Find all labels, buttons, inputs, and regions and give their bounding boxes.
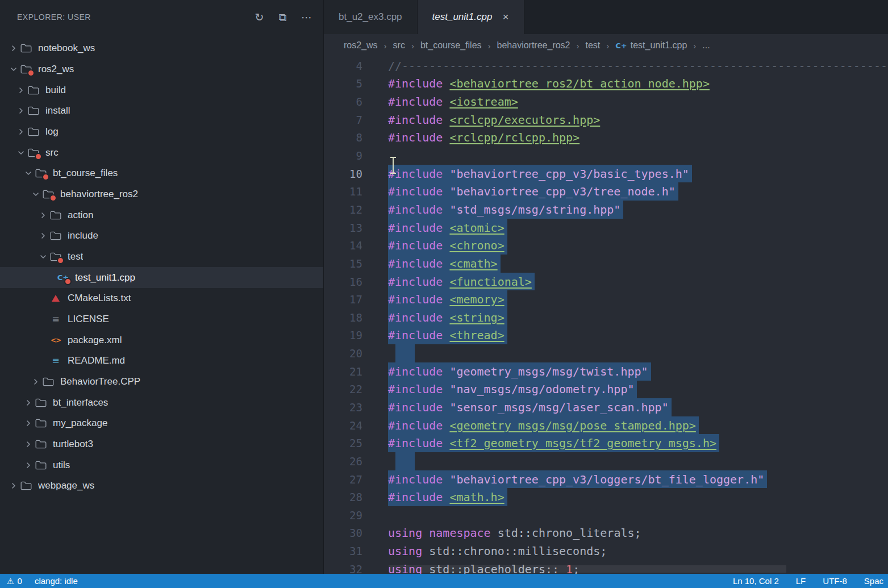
problems-indicator[interactable]: ⚠ 0	[7, 576, 22, 586]
line-number: 17	[324, 290, 362, 308]
tree-item-label: bt_interfaces	[53, 397, 108, 408]
eol-indicator[interactable]: LF	[796, 576, 806, 586]
editor-area: bt_u2_ex3.cpptest_unit1.cpp× ros2_ws›src…	[323, 0, 888, 574]
chevron-down-icon	[8, 66, 19, 73]
tree-file-README.md[interactable]: ≡README.md	[0, 351, 323, 372]
breadcrumb-item-behaviortree_ros2[interactable]: behaviortree_ros2	[497, 40, 570, 51]
folder-icon	[34, 167, 48, 180]
tab-test_unit1.cpp[interactable]: test_unit1.cpp×	[418, 0, 524, 34]
tree-folder-install[interactable]: install	[0, 101, 323, 122]
tree-item-label: behaviortree_ros2	[60, 189, 138, 200]
code-line-20: 20	[324, 344, 888, 362]
indentation-indicator[interactable]: Spac	[864, 576, 883, 586]
status-bar: ⚠ 0 clangd: idle Ln 10, Col 2LFUTF-8Spac	[0, 574, 888, 588]
line-number: 12	[324, 201, 362, 219]
tree-item-label: my_package	[53, 418, 107, 429]
code-line-18: 18#include <string>	[324, 308, 888, 327]
tree-item-label: install	[45, 105, 70, 116]
line-number: 20	[324, 344, 362, 362]
tree-folder-include[interactable]: include	[0, 226, 323, 247]
more-actions-button[interactable]: ⋯	[301, 12, 312, 23]
tree-folder-BehaviorTree.CPP[interactable]: BehaviorTree.CPP	[0, 372, 323, 393]
chevron-right-icon	[37, 232, 49, 239]
line-content: #include <iostream>	[362, 93, 518, 111]
code-line-22: 22#include "nav_msgs/msg/odometry.hpp"	[324, 381, 888, 399]
tree-folder-src[interactable]: src	[0, 142, 323, 163]
breadcrumb-item-src[interactable]: src	[393, 40, 405, 51]
line-number: 25	[324, 434, 362, 452]
breadcrumb-item-bt_course_files[interactable]: bt_course_files	[420, 40, 482, 51]
tree-folder-action[interactable]: action	[0, 205, 323, 226]
clangd-status[interactable]: clangd: idle	[35, 576, 78, 586]
tree-folder-bt_course_files[interactable]: bt_course_files	[0, 163, 323, 184]
chevron-right-icon	[23, 441, 34, 448]
line-content: #include "sensor_msgs/msg/laser_scan.hpp…	[362, 398, 672, 416]
tab-label: bt_u2_ex3.cpp	[339, 11, 402, 23]
modified-dot	[35, 153, 42, 160]
line-number: 10	[324, 165, 362, 183]
tree-folder-webpage_ws[interactable]: webpage_ws	[0, 476, 323, 497]
breadcrumb-item-test[interactable]: test	[586, 40, 601, 51]
line-number: 11	[324, 182, 362, 201]
tree-file-CMakeLists.txt[interactable]: CMakeLists.txt	[0, 288, 323, 309]
tree-folder-my_package[interactable]: my_package	[0, 413, 323, 434]
chevron-right-icon	[23, 462, 34, 469]
tab-label: test_unit1.cpp	[432, 11, 493, 23]
tree-folder-utils[interactable]: utils	[0, 454, 323, 476]
warning-icon: ⚠	[7, 577, 14, 585]
tree-folder-ros2_ws[interactable]: ros2_ws	[0, 59, 323, 80]
breadcrumb-item-test_unit1.cpp[interactable]: C+test_unit1.cpp	[615, 40, 687, 51]
explorer-actions: ↻⧉⋯	[255, 12, 312, 23]
tree-item-label: webpage_ws	[38, 480, 94, 491]
xml-file-icon: <>	[49, 334, 62, 347]
line-content: #include "behaviortree_cpp_v3/tree_node.…	[362, 182, 678, 201]
tree-folder-turtlebot3[interactable]: turtlebot3	[0, 434, 323, 455]
chevron-right-icon	[23, 399, 34, 406]
file-tree: notebook_wsros2_wsbuildinstalllogsrcbt_c…	[0, 34, 323, 497]
tree-item-label: BehaviorTree.CPP	[60, 376, 140, 387]
code-editor[interactable]: 4//-------------------------------------…	[324, 57, 888, 574]
folder-icon	[27, 105, 40, 117]
tree-item-label: test	[68, 251, 83, 262]
folder-icon	[49, 209, 62, 222]
refresh-explorer-button[interactable]: ↻	[255, 12, 264, 23]
tree-item-label: ros2_ws	[38, 64, 74, 75]
tree-folder-behaviortree_ros2[interactable]: behaviortree_ros2	[0, 184, 323, 205]
line-content: #include <chrono>	[362, 236, 507, 255]
line-number: 26	[324, 452, 362, 470]
status-right: Ln 10, Col 2LFUTF-8Spac	[733, 576, 883, 586]
tree-file-package.xml[interactable]: <>package.xml	[0, 330, 323, 351]
breadcrumb-label: test_unit1.cpp	[631, 40, 687, 51]
line-content: #include "behaviortree_cpp_v3/basic_type…	[362, 165, 692, 183]
tree-folder-bt_interfaces[interactable]: bt_interfaces	[0, 392, 323, 413]
breadcrumb: ros2_ws›src›bt_course_files›behaviortree…	[324, 34, 888, 57]
line-number: 8	[324, 129, 362, 147]
tree-item-label: action	[68, 210, 93, 221]
code-line-12: 12#include "std_msgs/msg/string.hpp"	[324, 201, 888, 219]
horizontal-scrollbar[interactable]	[389, 565, 786, 573]
tree-folder-notebook_ws[interactable]: notebook_ws	[0, 38, 323, 59]
tree-folder-test[interactable]: test	[0, 247, 323, 268]
tree-item-label: turtlebot3	[53, 439, 93, 450]
cursor-position[interactable]: Ln 10, Col 2	[733, 576, 779, 586]
tree-file-test_unit1.cpp[interactable]: C+test_unit1.cpp	[0, 267, 323, 288]
encoding-indicator[interactable]: UTF-8	[823, 576, 847, 586]
line-content: #include "std_msgs/msg/string.hpp"	[362, 201, 623, 219]
folder-icon	[41, 376, 55, 388]
line-content: #include <rclcpp/rclcpp.hpp>	[362, 129, 580, 147]
breadcrumb-item-...[interactable]: ...	[702, 40, 710, 51]
line-content: #include "nav_msgs/msg/odometry.hpp"	[362, 381, 637, 399]
breadcrumb-separator: ›	[693, 41, 696, 51]
collapse-folders-button[interactable]: ⧉	[278, 12, 286, 23]
tree-folder-build[interactable]: build	[0, 80, 323, 101]
breadcrumb-item-ros2_ws[interactable]: ros2_ws	[344, 40, 378, 51]
code-line-7: 7#include <rclcpp/executors.hpp>	[324, 111, 888, 129]
cmake-file-icon	[49, 292, 62, 305]
tree-folder-log[interactable]: log	[0, 122, 323, 143]
line-content: #include <thread>	[362, 327, 507, 345]
tab-bt_u2_ex3.cpp[interactable]: bt_u2_ex3.cpp	[324, 0, 418, 34]
close-tab-icon[interactable]: ×	[502, 11, 508, 23]
markdown-file-icon: ≡	[49, 355, 62, 367]
tree-file-LICENSE[interactable]: ≡LICENSE	[0, 309, 323, 330]
tab-bar: bt_u2_ex3.cpptest_unit1.cpp×	[324, 0, 888, 34]
